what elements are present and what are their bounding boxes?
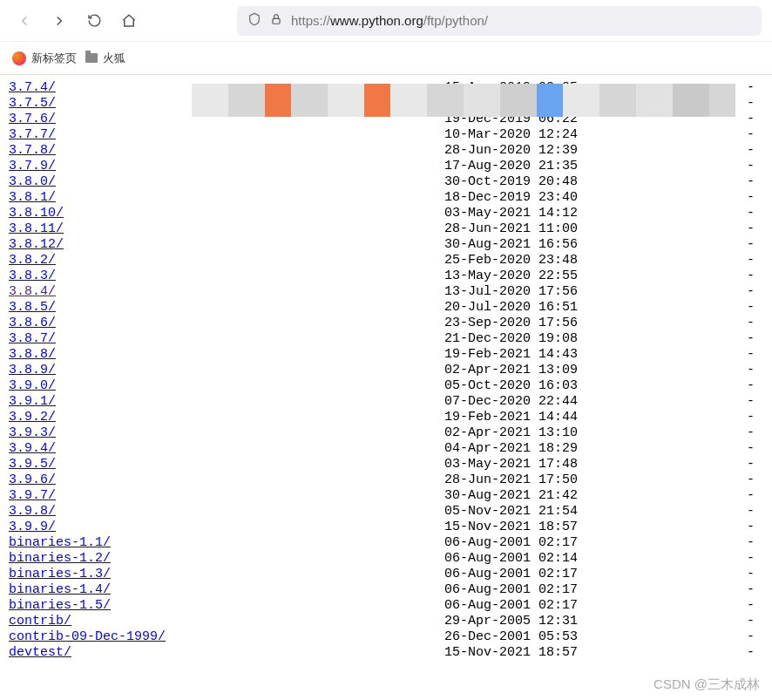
directory-link[interactable]: 3.7.4/ [9, 80, 56, 95]
tab-chunk[interactable] [563, 84, 599, 117]
size-cell: - [688, 143, 763, 159]
date-cell: 05-Nov-2021 21:54 [444, 504, 688, 520]
directory-link[interactable]: 3.8.4/ [9, 284, 56, 299]
directory-link[interactable]: 3.7.5/ [9, 96, 56, 111]
size-cell: - [688, 457, 763, 472]
bookmark-label: 新标签页 [31, 51, 77, 66]
listing-row: 3.9.1/07-Dec-2020 22:44- [9, 394, 763, 410]
listing-row: 3.8.1/18-Dec-2019 23:40- [9, 190, 763, 206]
directory-link[interactable]: 3.9.5/ [9, 457, 56, 472]
date-cell: 15-Nov-2021 18:57 [444, 520, 688, 535]
date-cell: 04-Apr-2021 18:29 [444, 441, 688, 457]
size-cell: - [688, 645, 763, 661]
listing-row: 3.8.5/20-Jul-2020 16:51- [9, 300, 763, 316]
directory-link[interactable]: 3.9.1/ [9, 394, 56, 409]
home-button[interactable] [115, 7, 143, 35]
tab-chunk[interactable] [328, 84, 364, 117]
directory-link[interactable]: 3.8.1/ [9, 190, 56, 205]
size-cell: - [688, 316, 763, 331]
directory-link[interactable]: 3.8.0/ [9, 174, 56, 189]
tab-chunk[interactable] [599, 84, 636, 117]
listing-row: 3.7.9/17-Aug-2020 21:35- [9, 159, 763, 174]
lock-icon [270, 13, 282, 28]
tab-chunk[interactable] [537, 84, 563, 117]
listing-row: 3.9.7/30-Aug-2021 21:42- [9, 488, 763, 504]
tab-chunk[interactable] [364, 84, 390, 117]
bookmark-new-tab[interactable]: 新标签页 [12, 51, 77, 66]
directory-link[interactable]: 3.7.9/ [9, 159, 56, 173]
tab-chunk[interactable] [427, 84, 464, 117]
directory-link[interactable]: 3.7.8/ [9, 143, 56, 158]
directory-link[interactable]: 3.8.3/ [9, 268, 56, 283]
directory-link[interactable]: binaries-1.3/ [9, 567, 111, 581]
url-bar[interactable]: https://www.python.org/ftp/python/ [237, 6, 762, 36]
directory-link[interactable]: 3.8.9/ [9, 363, 56, 377]
tab-chunk[interactable] [291, 84, 328, 117]
date-cell: 25-Feb-2020 23:48 [444, 253, 688, 268]
tab-chunk[interactable] [192, 84, 228, 117]
bookmark-folder[interactable]: 火狐 [85, 51, 125, 66]
tab-chunk[interactable] [265, 84, 291, 117]
bookmarks-bar: 新标签页 火狐 [0, 42, 772, 75]
directory-link[interactable]: binaries-1.2/ [9, 551, 111, 566]
directory-link[interactable]: 3.9.7/ [9, 488, 56, 503]
firefox-icon [12, 51, 26, 65]
directory-link[interactable]: contrib-09-Dec-1999/ [9, 629, 166, 644]
date-cell: 19-Feb-2021 14:44 [444, 410, 688, 425]
listing-row: 3.9.6/28-Jun-2021 17:50- [9, 472, 763, 488]
tab-chunk[interactable] [500, 84, 537, 117]
directory-link[interactable]: 3.8.12/ [9, 237, 64, 252]
size-cell: - [688, 472, 763, 488]
size-cell: - [688, 237, 763, 253]
directory-link[interactable]: 3.9.4/ [9, 441, 56, 456]
back-button[interactable] [10, 7, 38, 35]
listing-row: 3.8.7/21-Dec-2020 19:08- [9, 331, 763, 347]
directory-link[interactable]: 3.9.3/ [9, 425, 56, 440]
directory-link[interactable]: 3.9.2/ [9, 410, 56, 425]
directory-link[interactable]: devtest/ [9, 645, 71, 660]
directory-link[interactable]: 3.8.2/ [9, 253, 56, 268]
date-cell: 03-May-2021 17:48 [444, 457, 688, 472]
size-cell: - [688, 363, 763, 378]
directory-link[interactable]: binaries-1.1/ [9, 535, 111, 550]
forward-button[interactable] [45, 7, 73, 35]
tab-chunk[interactable] [636, 84, 673, 117]
listing-row: binaries-1.5/06-Aug-2001 02:17- [9, 598, 763, 614]
directory-link[interactable]: binaries-1.5/ [9, 598, 111, 613]
directory-link[interactable]: 3.9.9/ [9, 520, 56, 534]
date-cell: 06-Aug-2001 02:17 [444, 535, 688, 551]
directory-link[interactable]: 3.8.7/ [9, 331, 56, 346]
directory-link[interactable]: 3.8.5/ [9, 300, 56, 315]
listing-row: 3.8.0/30-Oct-2019 20:48- [9, 174, 763, 190]
tab-chunk[interactable] [390, 84, 427, 117]
date-cell: 30-Aug-2021 16:56 [444, 237, 688, 253]
listing-row: 3.8.9/02-Apr-2021 13:09- [9, 363, 763, 378]
tab-chunk[interactable] [464, 84, 500, 117]
date-cell: 15-Nov-2021 18:57 [444, 645, 688, 661]
directory-link[interactable]: binaries-1.4/ [9, 582, 111, 597]
directory-link[interactable]: 3.8.11/ [9, 221, 64, 236]
size-cell: - [688, 331, 763, 347]
tab-chunk[interactable] [673, 84, 709, 117]
directory-link[interactable]: 3.9.8/ [9, 504, 56, 519]
directory-link[interactable]: 3.9.0/ [9, 378, 56, 393]
directory-link[interactable]: 3.8.10/ [9, 206, 64, 221]
reload-button[interactable] [80, 7, 108, 35]
directory-link[interactable]: 3.7.6/ [9, 112, 56, 126]
date-cell: 07-Dec-2020 22:44 [444, 394, 688, 410]
date-cell: 20-Jul-2020 16:51 [444, 300, 688, 316]
directory-link[interactable]: 3.8.8/ [9, 347, 56, 362]
size-cell: - [688, 410, 763, 425]
tab-chunk[interactable] [709, 84, 735, 117]
size-cell: - [688, 551, 763, 567]
size-cell: - [688, 127, 763, 143]
directory-link[interactable]: 3.8.6/ [9, 316, 56, 330]
date-cell: 06-Aug-2001 02:17 [444, 598, 688, 614]
listing-row: 3.9.3/02-Apr-2021 13:10- [9, 425, 763, 441]
directory-link[interactable]: contrib/ [9, 614, 71, 629]
directory-link[interactable]: 3.9.6/ [9, 472, 56, 487]
listing-row: 3.8.10/03-May-2021 14:12- [9, 206, 763, 221]
tab-chunk[interactable] [228, 84, 265, 117]
directory-link[interactable]: 3.7.7/ [9, 127, 56, 142]
listing-row: contrib/29-Apr-2005 12:31- [9, 614, 763, 629]
